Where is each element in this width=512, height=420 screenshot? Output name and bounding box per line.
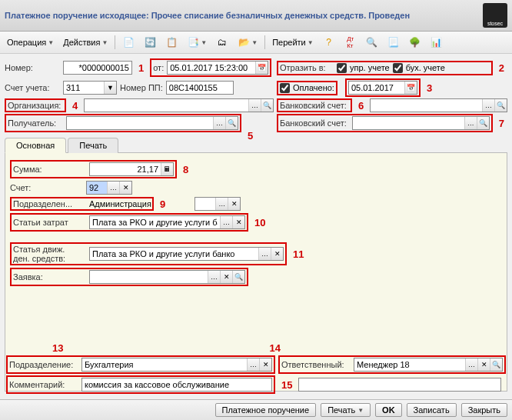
toolbar-icon-2[interactable]: 🔄 bbox=[140, 34, 160, 51]
ellipsis-icon[interactable]: … bbox=[107, 182, 119, 194]
clear-icon[interactable]: ✕ bbox=[271, 248, 283, 260]
annotation-9: 9 bbox=[160, 198, 165, 210]
number-label: Номер: bbox=[5, 63, 60, 72]
acc-input[interactable] bbox=[87, 182, 107, 194]
search-icon[interactable]: 🔍 bbox=[225, 117, 238, 129]
ellipsis-icon[interactable]: … bbox=[464, 117, 477, 129]
resp-label: Ответственный: bbox=[281, 360, 351, 369]
ellipsis-icon[interactable]: … bbox=[213, 117, 225, 129]
clear-icon[interactable]: ✕ bbox=[119, 182, 131, 194]
tabs: Основная Печать bbox=[5, 137, 507, 153]
logo-icon: stoseс bbox=[483, 3, 507, 28]
clear-icon[interactable]: ✕ bbox=[477, 358, 490, 371]
cost-input[interactable] bbox=[90, 216, 220, 228]
subdiv-value: Администрация bbox=[89, 199, 151, 208]
print-button[interactable]: Печать▼ bbox=[321, 403, 371, 417]
clear-icon[interactable]: ✕ bbox=[228, 198, 240, 210]
bottom-subdiv-input[interactable] bbox=[82, 358, 247, 371]
date-input[interactable] bbox=[168, 62, 255, 74]
annotation-7: 7 bbox=[499, 118, 504, 129]
recipient-input[interactable] bbox=[67, 117, 213, 129]
toolbar-icon-search[interactable]: 🔍 bbox=[362, 34, 382, 51]
comment-label: Комментарий: bbox=[9, 380, 78, 389]
date-picker-icon[interactable]: 📅 bbox=[404, 82, 417, 94]
toolbar: Операция▼ Действия▼ 📄 🔄 📋 📑▼ 🗂 📂▼ Перейт… bbox=[0, 32, 512, 54]
search-icon[interactable]: 🔍 bbox=[477, 117, 489, 129]
search-icon[interactable]: 🔍 bbox=[261, 99, 273, 112]
number-input[interactable] bbox=[63, 61, 132, 75]
toolbar-icon-doc[interactable]: 📃 bbox=[384, 34, 404, 51]
request-input[interactable] bbox=[90, 271, 208, 283]
search-icon[interactable]: 🔍 bbox=[494, 99, 507, 112]
annotation-8: 8 bbox=[183, 164, 188, 175]
upr-label: упр. учете bbox=[350, 63, 390, 72]
toolbar-icon-4[interactable]: 📑▼ bbox=[183, 34, 211, 51]
annotation-11: 11 bbox=[293, 248, 304, 260]
ellipsis-icon[interactable]: … bbox=[215, 198, 228, 210]
annotation-2: 2 bbox=[499, 62, 504, 74]
paid-checkbox[interactable] bbox=[280, 83, 290, 93]
close-button[interactable]: Закрыть bbox=[461, 403, 507, 417]
cost-label: Статьи затрат bbox=[13, 218, 86, 227]
ok-button[interactable]: OK bbox=[375, 403, 402, 417]
help-icon[interactable]: ? bbox=[319, 34, 339, 51]
paid-date-input[interactable] bbox=[349, 82, 404, 94]
toolbar-icon-info[interactable]: 📊 bbox=[427, 34, 447, 51]
bank2-input[interactable] bbox=[353, 117, 464, 129]
toolbar-icon-tree[interactable]: 🌳 bbox=[405, 34, 425, 51]
pp-input[interactable] bbox=[166, 81, 234, 95]
subdiv-ext-input[interactable] bbox=[195, 198, 215, 210]
actions-dropdown[interactable]: Действия▼ bbox=[59, 35, 111, 49]
ellipsis-icon[interactable]: … bbox=[220, 216, 232, 228]
clear-icon[interactable]: ✕ bbox=[232, 216, 244, 228]
ellipsis-icon[interactable]: … bbox=[482, 99, 494, 112]
resp-input[interactable] bbox=[354, 358, 465, 371]
comment-ext-input[interactable] bbox=[299, 378, 500, 391]
toolbar-icon-5[interactable]: 🗂 bbox=[212, 34, 232, 51]
search-icon[interactable]: 🔍 bbox=[490, 358, 502, 371]
calculator-icon[interactable]: 🖩 bbox=[161, 163, 173, 175]
operation-dropdown[interactable]: Операция▼ bbox=[3, 35, 58, 49]
bottom-subdiv-label: Подразделение: bbox=[9, 360, 78, 369]
account-input[interactable] bbox=[64, 82, 104, 94]
bank1-input[interactable] bbox=[371, 99, 482, 112]
recipient-label: Получатель: bbox=[8, 118, 63, 128]
goto-dropdown[interactable]: Перейти▼ bbox=[268, 35, 318, 49]
clear-icon[interactable]: ✕ bbox=[259, 358, 271, 371]
bottom-fields: 13 14 Подразделение: … ✕ Ответственный: … bbox=[2, 341, 510, 395]
toolbar-icon-6[interactable]: 📂▼ bbox=[234, 34, 261, 51]
sum-label: Сумма: bbox=[13, 165, 86, 174]
save-button[interactable]: Записать bbox=[407, 403, 457, 417]
ellipsis-icon[interactable]: … bbox=[208, 271, 220, 283]
annotation-1: 1 bbox=[138, 62, 144, 74]
toolbar-icon-1[interactable]: 📄 bbox=[118, 34, 138, 51]
org-input[interactable] bbox=[85, 99, 248, 112]
cashmove-input[interactable] bbox=[90, 248, 258, 260]
reflect-label: Отразить в: bbox=[280, 63, 334, 72]
org-label: Организация: bbox=[8, 101, 63, 110]
clear-icon[interactable]: ✕ bbox=[220, 271, 232, 283]
search-icon[interactable]: 🔍 bbox=[232, 271, 244, 283]
paid-label: Оплачено: bbox=[293, 83, 334, 92]
annotation-3: 3 bbox=[427, 82, 432, 94]
sum-input[interactable] bbox=[90, 163, 161, 175]
date-picker-icon[interactable]: 📅 bbox=[255, 62, 268, 74]
ellipsis-icon[interactable]: … bbox=[248, 99, 261, 112]
window-title: Платежное поручение исходящее: Прочее сп… bbox=[5, 11, 410, 20]
annotation-6: 6 bbox=[358, 100, 364, 112]
payorder-button[interactable]: Платежное поручение bbox=[215, 403, 317, 417]
toolbar-icon-3[interactable]: 📋 bbox=[161, 34, 181, 51]
ellipsis-icon[interactable]: … bbox=[247, 358, 259, 371]
toolbar-icon-dtkt[interactable]: ДтКт bbox=[341, 34, 361, 51]
comment-input[interactable] bbox=[82, 378, 271, 391]
bukh-checkbox[interactable] bbox=[393, 63, 403, 73]
bank2-label: Банковский счет: bbox=[280, 118, 349, 128]
tab-main[interactable]: Основная bbox=[5, 138, 66, 153]
ellipsis-icon[interactable]: … bbox=[258, 248, 271, 260]
upr-checkbox[interactable] bbox=[337, 63, 347, 73]
dropdown-icon[interactable]: ▼ bbox=[104, 82, 116, 94]
bank1-label: Банковский счет: bbox=[280, 101, 349, 110]
ellipsis-icon[interactable]: … bbox=[465, 358, 477, 371]
bukh-label: бух. учете bbox=[406, 63, 445, 72]
tab-print[interactable]: Печать bbox=[68, 138, 118, 153]
